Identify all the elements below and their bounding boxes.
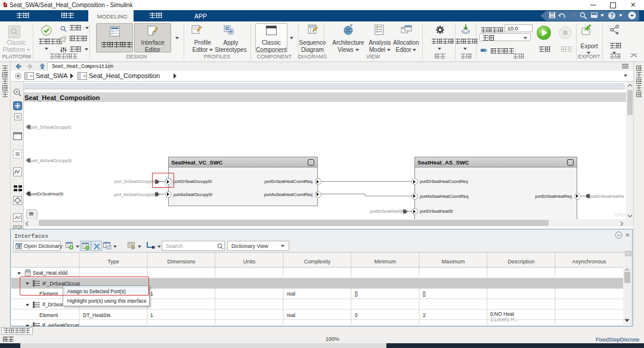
svg-text:?: ?	[610, 13, 614, 19]
svg-text:A: A	[15, 215, 18, 220]
